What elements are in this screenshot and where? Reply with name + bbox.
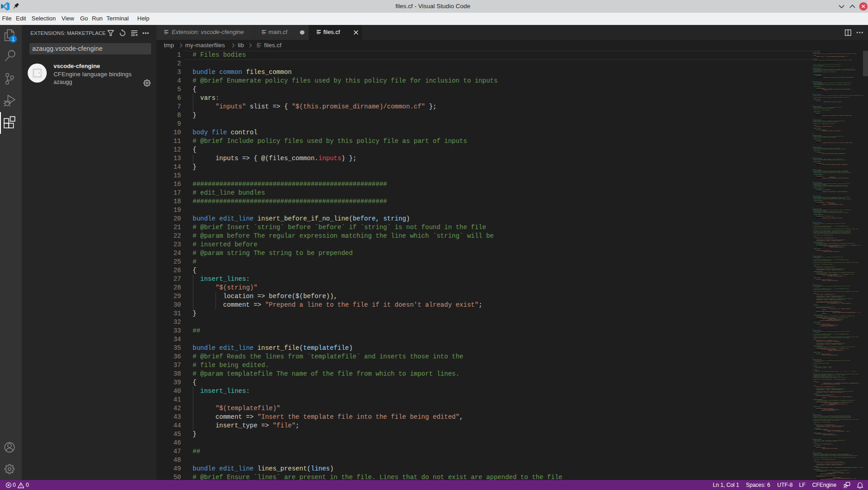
svg-text:1: 1 [12,36,15,42]
